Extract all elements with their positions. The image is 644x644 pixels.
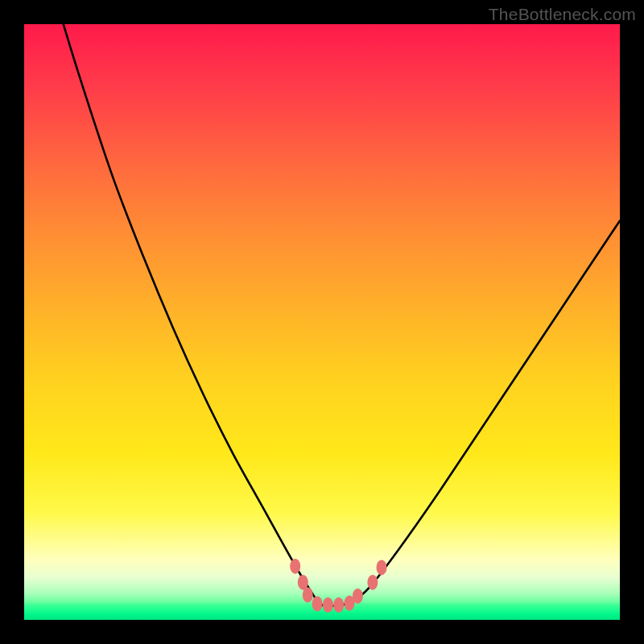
plot-area [24, 24, 620, 620]
watermark-label: TheBottleneck.com [489, 5, 636, 24]
chart-frame: TheBottleneck.com [0, 0, 644, 644]
curve-markers [290, 559, 386, 613]
curve-marker [333, 597, 344, 613]
bottleneck-curve [24, 24, 620, 606]
curve-marker [377, 559, 387, 575]
curve-marker [312, 597, 323, 612]
curve-path-group [24, 24, 620, 606]
curve-marker [290, 559, 300, 574]
curve-layer [24, 24, 620, 620]
curve-marker [367, 575, 378, 590]
curve-marker [303, 587, 313, 602]
curve-marker [323, 597, 333, 613]
curve-marker [353, 588, 363, 604]
